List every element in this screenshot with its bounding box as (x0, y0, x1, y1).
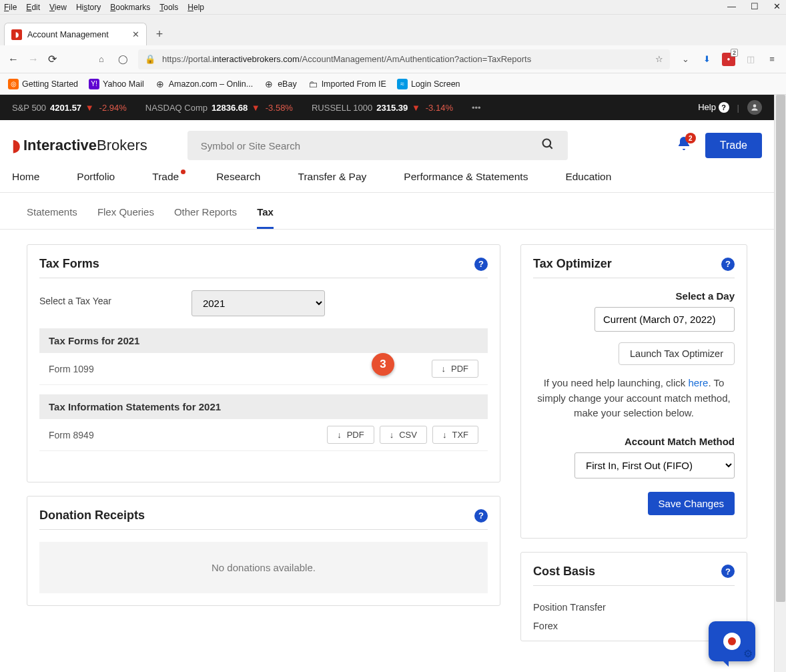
tab-flex-queries[interactable]: Flex Queries (97, 206, 154, 229)
donation-receipts-card: Donation Receipts ? No donations availab… (27, 496, 500, 606)
main-nav: Home Portfolio Trade Research Transfer &… (0, 167, 774, 193)
nav-performance[interactable]: Performance & Statements (404, 171, 528, 183)
nav-transfer-pay[interactable]: Transfer & Pay (298, 171, 367, 183)
search-input[interactable]: Symbol or Site Search (187, 131, 568, 160)
tab-tax[interactable]: Tax (257, 206, 274, 229)
download-8949-txf-button[interactable]: ↓TXF (432, 426, 478, 444)
download-icon: ↓ (442, 430, 447, 440)
download-icon[interactable]: ⬇ (701, 54, 713, 64)
bookmark-imported[interactable]: 🗀Imported From IE (308, 79, 386, 89)
tab-close-icon[interactable]: ✕ (132, 29, 139, 39)
nav-portfolio[interactable]: Portfolio (77, 171, 115, 183)
window-close[interactable]: ✕ (773, 1, 781, 11)
pocket-icon[interactable]: ⌄ (679, 54, 691, 64)
optimizer-help-text: If you need help launching, click here. … (533, 376, 735, 421)
page-header: ◗ InteractiveBrokers Symbol or Site Sear… (0, 120, 774, 167)
market-ticker: S&P 5004201.57 ▼-2.94% NASDAQ Comp12836.… (0, 95, 774, 120)
help-icon[interactable]: ? (474, 258, 488, 271)
extension-puzzle-icon[interactable]: ◫ (745, 54, 757, 64)
form-8949-label: Form 8949 (49, 430, 94, 440)
lock-icon: 🔒 (145, 54, 155, 64)
browser-menubar: File Edit View History Bookmarks Tools H… (0, 0, 786, 15)
user-avatar-icon[interactable] (747, 100, 762, 115)
notifications-bell-icon[interactable]: 2 (676, 135, 692, 155)
new-tab-button[interactable]: + (149, 24, 169, 44)
search-icon[interactable] (541, 137, 554, 154)
bookmark-amazon[interactable]: ⊕Amazon.com – Onlin... (155, 79, 253, 89)
scrollbar-thumb[interactable] (776, 95, 785, 602)
home-icon[interactable]: ⌂ (95, 54, 107, 64)
help-icon[interactable]: ? (721, 565, 735, 578)
nav-trade[interactable]: Trade (152, 171, 179, 183)
chat-icon (723, 633, 741, 650)
tax-forms-card: Tax Forms ? Select a Tax Year 2021 Tax F… (27, 244, 500, 482)
download-icon: ↓ (390, 430, 394, 440)
ticker-more-icon[interactable]: ••• (472, 103, 481, 113)
tax-year-select[interactable]: 2021 (191, 290, 325, 316)
extension-badge: 2 (731, 49, 738, 57)
menu-tools[interactable]: Tools (159, 3, 178, 12)
menu-history[interactable]: History (76, 3, 101, 12)
bookmark-ebay[interactable]: ⊕eBay (264, 79, 297, 89)
ticker-russell[interactable]: RUSSELL 10002315.39 ▼-3.14% (312, 103, 453, 113)
ticker-nasdaq[interactable]: NASDAQ Comp12836.68 ▼-3.58% (145, 103, 293, 113)
nav-education[interactable]: Education (565, 171, 611, 183)
shield-icon[interactable]: ◯ (117, 54, 129, 64)
menu-bookmarks[interactable]: Bookmarks (110, 3, 150, 12)
help-here-link[interactable]: here (688, 377, 708, 388)
bookmark-login[interactable]: ≈Login Screen (397, 79, 460, 89)
download-8949-csv-button[interactable]: ↓CSV (380, 426, 427, 444)
tab-statements[interactable]: Statements (27, 206, 77, 229)
nav-home[interactable]: Home (12, 171, 39, 183)
browser-tab[interactable]: ◗ Account Management ✕ (4, 23, 147, 45)
tab-other-reports[interactable]: Other Reports (174, 206, 237, 229)
download-icon: ↓ (442, 364, 446, 374)
window-minimize[interactable]: — (727, 1, 736, 11)
extension-icon[interactable]: ●2 (722, 53, 735, 66)
nav-reload-icon[interactable]: ⟳ (48, 53, 57, 65)
svg-point-0 (753, 104, 757, 107)
bookmark-getting-started[interactable]: ◎Getting Started (8, 79, 78, 89)
form-8949-row: Form 8949 ↓PDF ↓CSV ↓TXF (39, 419, 488, 451)
download-icon: ↓ (337, 430, 342, 440)
cost-basis-position-transfer[interactable]: Position Transfer (533, 598, 735, 617)
sub-tabs: Statements Flex Queries Other Reports Ta… (0, 193, 774, 230)
match-method-select[interactable]: First In, First Out (FIFO) (574, 452, 735, 478)
download-8949-pdf-button[interactable]: ↓PDF (327, 426, 374, 444)
launch-optimizer-button[interactable]: Launch Tax Optimizer (619, 342, 735, 365)
nav-forward-icon: → (28, 53, 39, 65)
bookmarks-bar: ◎Getting Started Y!Yahoo Mail ⊕Amazon.co… (0, 73, 786, 95)
window-maximize[interactable]: ☐ (751, 1, 759, 11)
gear-icon[interactable]: ⚙ (743, 647, 753, 660)
menu-edit[interactable]: Edit (26, 3, 40, 12)
chat-widget-button[interactable]: ⚙ (709, 621, 755, 661)
bookmark-star-icon[interactable]: ☆ (655, 54, 663, 64)
menu-help[interactable]: Help (187, 3, 204, 12)
bookmark-yahoo[interactable]: Y!Yahoo Mail (89, 79, 144, 89)
save-changes-button[interactable]: Save Changes (648, 492, 735, 515)
menu-file[interactable]: File (4, 3, 17, 12)
donations-empty: No donations available. (39, 542, 488, 593)
cost-basis-forex[interactable]: Forex (533, 617, 735, 635)
ticker-sp500[interactable]: S&P 5004201.57 ▼-2.94% (12, 103, 127, 113)
trade-button[interactable]: Trade (705, 133, 762, 158)
nav-back-icon[interactable]: ← (8, 53, 19, 65)
browser-addressbar: ← → ⟳ ⌂ ◯ 🔒 https://portal.interactivebr… (0, 45, 786, 73)
help-icon[interactable]: ? (474, 509, 488, 523)
help-icon[interactable]: ? (721, 258, 735, 271)
logo[interactable]: ◗ InteractiveBrokers (12, 136, 147, 155)
menu-view[interactable]: View (49, 3, 67, 12)
nav-research[interactable]: Research (216, 171, 260, 183)
tab-title: Account Management (27, 30, 109, 39)
logo-mark-icon: ◗ (12, 136, 21, 155)
day-input[interactable] (595, 307, 735, 332)
download-1099-pdf-button[interactable]: ↓PDF (432, 360, 479, 378)
hamburger-icon[interactable]: ≡ (766, 54, 778, 64)
vertical-scrollbar[interactable] (774, 95, 786, 672)
url-input[interactable]: 🔒 https://portal.interactivebrokers.com/… (138, 49, 670, 69)
form-1099-row: Form 1099 3 ↓PDF (39, 353, 488, 385)
help-link[interactable]: Help ? (698, 102, 729, 113)
tax-optimizer-card: Tax Optimizer ? Select a Day Launch Tax … (520, 244, 747, 539)
notifications-count: 2 (685, 133, 696, 143)
match-label: Account Match Method (533, 436, 735, 447)
